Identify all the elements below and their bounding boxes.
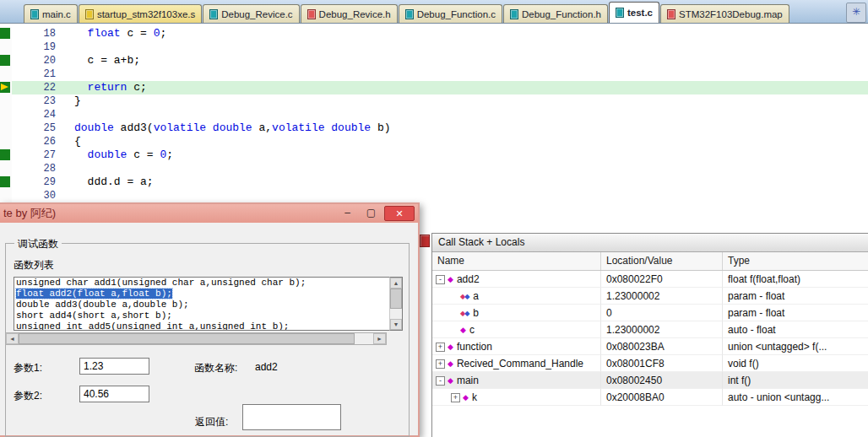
docked-panel-red-icon[interactable]	[420, 235, 430, 247]
function-list-item[interactable]: float add2(float a,float b);	[14, 289, 402, 299]
function-list-item[interactable]: short add4(short a,short b);	[14, 310, 402, 321]
code-text: ddd.d = a;	[62, 175, 154, 189]
scroll-left-icon[interactable]: ◄	[6, 333, 19, 344]
location-value-cell: 1.23000002	[601, 321, 723, 338]
line-number: 28	[12, 162, 62, 175]
table-row-main[interactable]: -◆main0x08002450int f()	[432, 372, 868, 389]
file-icon	[510, 9, 518, 19]
tab-label: STM32F103Debug.map	[679, 9, 783, 19]
line-number: 23	[12, 94, 62, 108]
location-value-cell: 0x080023BA	[601, 338, 723, 355]
coverage-block-icon	[0, 28, 10, 39]
expand-icon[interactable]: +	[436, 359, 445, 369]
line-number: 21	[12, 67, 62, 81]
tab-Debug_Function.c[interactable]: Debug_Function.c	[399, 4, 502, 23]
dialog-titlebar[interactable]: te by 阿纪) – ▢ ✕	[0, 204, 418, 223]
line-number: 26	[12, 135, 62, 148]
code-text	[62, 108, 74, 121]
symbol-diamond-icon: ◆	[460, 326, 466, 334]
tab-test.c[interactable]: test.c	[609, 2, 659, 23]
tab-STM32F103Debug.map[interactable]: STM32F103Debug.map	[660, 4, 789, 23]
param2-input[interactable]	[79, 386, 149, 402]
coverage-marker	[0, 27, 12, 40]
listbox-horizontal-scrollbar[interactable]: ◄ ►	[5, 332, 387, 345]
table-row-c[interactable]: ◆c1.23000002auto - float	[432, 321, 868, 338]
name-cell: +◆function	[432, 338, 601, 355]
listbox-vertical-scrollbar[interactable]: ▲ ▼	[389, 277, 403, 331]
code-line-23: 23}	[0, 94, 868, 108]
coverage-block-icon	[0, 149, 10, 160]
tab-label: test.c	[627, 8, 653, 18]
code-line-28: 28	[0, 162, 868, 175]
tab-Debug_Revice.c[interactable]: Debug_Revice.c	[203, 4, 299, 23]
type-cell: auto - union <untagg...	[723, 389, 868, 406]
table-row-add2[interactable]: -◆add20x080022F0float f(float,float)	[432, 271, 868, 288]
table-row-function[interactable]: +◆function0x080023BAunion <untagged> f(.…	[432, 338, 868, 355]
scroll-up-icon[interactable]: ▲	[390, 278, 402, 289]
horizontal-scroll-thumb[interactable]	[19, 333, 355, 344]
tab-Debug_Revice.h[interactable]: Debug_Revice.h	[301, 4, 398, 23]
code-line-18: 18 float c = 0;	[0, 27, 868, 40]
file-icon	[209, 9, 218, 19]
function-list-item[interactable]: double add3(double a,double b);	[14, 299, 402, 310]
expand-icon[interactable]: +	[436, 343, 445, 352]
close-button[interactable]: ✕	[384, 206, 415, 221]
tab-main.c[interactable]: main.c	[24, 4, 78, 23]
callstack-panel-title[interactable]: Call Stack + Locals	[432, 234, 868, 252]
name-cell: -◆main	[432, 372, 601, 389]
function-list-item[interactable]: unsigned int add5(unsigned int a,unsigne…	[14, 321, 402, 331]
type-cell: void f()	[723, 355, 868, 372]
location-value-cell: 0x20008BA0	[601, 389, 723, 406]
expand-icon[interactable]: +	[451, 393, 460, 402]
column-header-name[interactable]: Name	[432, 252, 601, 270]
collapse-icon[interactable]: -	[436, 376, 445, 386]
table-row-b[interactable]: ◆◆b0param - float	[432, 305, 868, 321]
execution-arrow-icon	[1, 84, 8, 90]
table-row-a[interactable]: ◆◆a1.23000002param - float	[432, 288, 868, 305]
symbol-diamond-icon: ◆	[448, 376, 453, 385]
code-text: }	[62, 94, 81, 108]
function-listbox[interactable]: unsigned char add1(unsigned char a,unsig…	[14, 277, 403, 331]
coverage-gutter	[0, 135, 12, 148]
table-row-k[interactable]: +◆k0x20008BA0auto - union <untagg...	[432, 389, 868, 406]
name-cell: ◆◆b	[432, 305, 601, 321]
tab-label: startup_stm32f103xe.s	[97, 9, 195, 19]
function-list-item[interactable]: unsigned char add1(unsigned char a,unsig…	[14, 278, 402, 289]
tab-overflow-button[interactable]: ✳	[846, 3, 866, 23]
code-line-30: 30	[0, 189, 868, 202]
minimize-button[interactable]: –	[337, 206, 358, 221]
scroll-right-icon[interactable]: ►	[373, 333, 386, 344]
column-header-location-value[interactable]: Location/Value	[601, 252, 723, 270]
code-line-27: 27 double c = 0;	[0, 148, 868, 162]
column-header-type[interactable]: Type	[723, 252, 868, 270]
tab-label: Debug_Function.c	[417, 9, 496, 19]
symbol-diamond-icon: ◆	[448, 343, 453, 351]
line-number: 30	[12, 189, 62, 202]
tab-Debug_Function.h[interactable]: Debug_Function.h	[503, 4, 608, 23]
code-line-26: 26{	[0, 135, 868, 148]
table-row-Recived_Command_Handle[interactable]: +◆Recived_Command_Handle0x08001CF8void f…	[432, 355, 868, 372]
tab-startup_stm32f103xe.s[interactable]: startup_stm32f103xe.s	[79, 4, 202, 23]
coverage-gutter	[0, 67, 12, 81]
param-icon: ◆◆	[460, 293, 469, 300]
code-text	[62, 162, 74, 175]
vertical-scroll-thumb[interactable]	[390, 289, 402, 309]
coverage-gutter	[0, 121, 12, 135]
return-value-input[interactable]	[242, 404, 341, 430]
scroll-down-icon[interactable]: ▼	[390, 319, 402, 330]
window-buttons: – ▢ ✕	[337, 206, 415, 221]
coverage-block-icon	[0, 176, 10, 187]
param2-label: 参数2:	[14, 389, 42, 403]
coverage-gutter	[0, 162, 12, 175]
current-line-marker	[0, 81, 12, 94]
symbol-diamond-icon: ◆	[448, 275, 453, 283]
collapse-icon[interactable]: -	[436, 275, 445, 284]
maximize-button[interactable]: ▢	[361, 206, 382, 221]
function-list-label: 函数列表	[14, 258, 54, 272]
code-line-19: 19	[0, 40, 868, 54]
symbol-diamond-icon: ◆	[448, 359, 453, 368]
param1-input[interactable]	[79, 358, 149, 375]
param-icon: ◆◆	[460, 310, 469, 317]
coverage-block-icon	[0, 55, 10, 66]
code-line-25: 25double add3(volatile double a,volatile…	[0, 121, 868, 135]
